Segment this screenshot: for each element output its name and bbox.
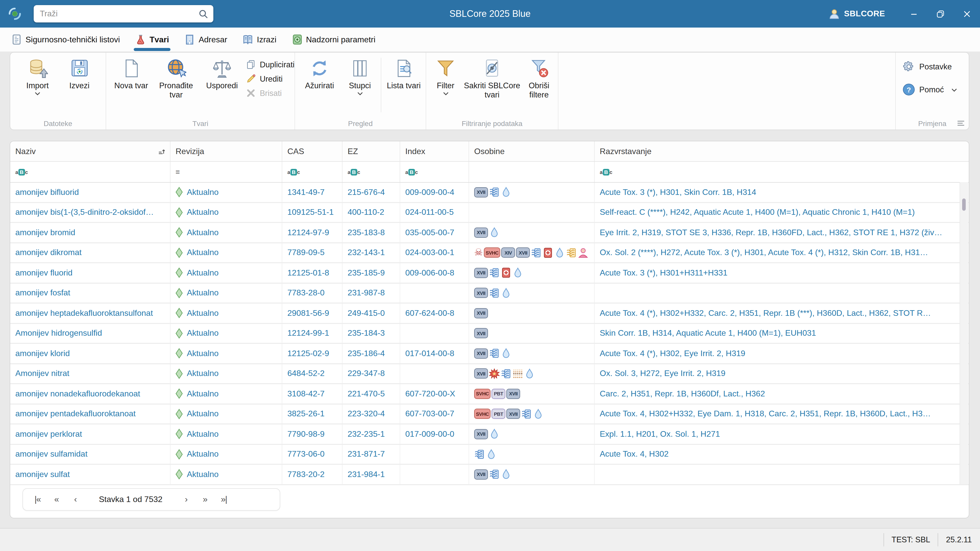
filter-button[interactable]: Filter — [428, 52, 463, 95]
filter-cell-osobine[interactable] — [469, 162, 595, 182]
help-button[interactable]: ? Pomoć — [903, 84, 969, 95]
import-button[interactable]: Import — [17, 52, 58, 95]
droplet-icon — [489, 429, 500, 440]
column-header-cas[interactable]: CAS — [282, 141, 342, 161]
table-row[interactable]: amonijev fluoridAktualno12125-01-8235-18… — [10, 263, 969, 283]
vapour-icon — [489, 268, 500, 278]
ribbon-options-icon[interactable] — [957, 121, 965, 126]
column-header-ez[interactable]: EZ — [342, 141, 400, 161]
tab-nadzorni-parametri[interactable]: Nadzorni parametri — [292, 27, 375, 52]
equals-filter-icon: = — [176, 168, 180, 176]
clear-filter-icon — [529, 58, 549, 79]
revision-status: Aktualno — [170, 324, 282, 343]
index-number: 607-720-00-X — [400, 384, 469, 403]
columns-button[interactable]: Stupci — [341, 52, 379, 95]
column-header-naziv[interactable]: Naziv — [10, 141, 170, 161]
substance-list-button[interactable]: Lista tvari — [383, 52, 424, 90]
column-header-razvrstavanje[interactable]: Razvrstavanje — [595, 141, 961, 161]
table-row[interactable]: amonijev perkloratAktualno7790-98-9232-2… — [10, 424, 969, 445]
pager-prev-button[interactable]: ‹ — [66, 494, 85, 505]
find-substance-button[interactable]: Pronađite tvar — [152, 52, 200, 100]
pager-last-button[interactable]: »| — [215, 494, 233, 505]
search-input[interactable] — [34, 9, 198, 18]
tab-izrazi[interactable]: Izrazi — [243, 27, 277, 52]
status-bar: TEST: SBL 25.2.11 — [0, 528, 980, 551]
table-row[interactable]: amonijev pentadekafluoroktanoatAktualno3… — [10, 404, 969, 424]
vapour-icon — [489, 469, 500, 480]
table-row[interactable]: amonijev bifluoridAktualno1341-49-7215-6… — [10, 183, 969, 203]
table-row[interactable]: amonijev sulfamidatAktualno7773-06-0231-… — [10, 445, 969, 465]
filter-cell-index[interactable]: aBc — [400, 162, 469, 182]
classification: Acute Tox. 4, H302 — [595, 445, 961, 464]
column-header-index[interactable]: Index — [400, 141, 469, 161]
hide-sblcore-substances-button[interactable]: Sakriti SBLCore tvari — [463, 52, 521, 100]
pager-next-button[interactable]: › — [177, 494, 196, 505]
compare-button[interactable]: Usporedi — [200, 52, 244, 90]
classification: Self-react. C (****), H242, Aquatic Acut… — [595, 203, 961, 222]
classification — [595, 465, 961, 484]
tab-adresar[interactable]: Adresar — [184, 27, 227, 52]
ez-number: 215-676-4 — [342, 183, 400, 202]
substance-name: amonijev dikromat — [10, 243, 170, 262]
svhc-icon: SVHC — [484, 248, 500, 258]
filter-cell-ez[interactable]: aBc — [342, 162, 400, 182]
table-row[interactable]: amonijev heptadekafluoroktansulfonatAktu… — [10, 303, 969, 324]
new-substance-button[interactable]: Nova tvar — [110, 52, 152, 90]
ez-number: 400-110-2 — [342, 203, 400, 222]
classification: Ox. Sol. 2 (****), H272, Acute Tox. 3 (*… — [595, 243, 961, 262]
tab-sigurnosno-tehnicki-listovi[interactable]: Sigurnosno-tehnički listovi — [11, 27, 120, 52]
pager-next-fast-button[interactable]: » — [196, 494, 215, 505]
minimize-button[interactable] — [900, 0, 927, 27]
restore-button[interactable] — [927, 0, 953, 27]
table-row[interactable]: amonijev dikromatAktualno7789-09-5232-14… — [10, 243, 969, 263]
column-header-revizija[interactable]: Revizija — [170, 141, 282, 161]
close-button[interactable] — [953, 0, 980, 27]
vertical-scrollbar[interactable] — [959, 182, 968, 484]
table-row[interactable]: Amonijev hidrogensulfidAktualno12124-99-… — [10, 324, 969, 344]
filter-cell-cas[interactable]: aBc — [282, 162, 342, 182]
filter-cell-razvrstavanje[interactable]: aBc — [595, 162, 961, 182]
duplicate-button[interactable]: Duplicirati — [246, 60, 294, 69]
table-row[interactable]: amonijev sulfatAktualno7783-20-2231-984-… — [10, 465, 969, 485]
index-number — [400, 445, 469, 464]
filter-cell-naziv[interactable]: aBc — [10, 162, 170, 182]
settings-button[interactable]: Postavke — [903, 61, 969, 73]
search-icon[interactable] — [198, 9, 208, 19]
index-number: 017-014-00-8 — [400, 344, 469, 363]
table-row[interactable]: amonijev bromidAktualno12124-97-9235-183… — [10, 223, 969, 243]
properties-icons — [469, 445, 595, 464]
table-row[interactable]: amonijev bis(1-(3,5-dinitro-2-oksidof…Ak… — [10, 203, 969, 223]
scrollbar-thumb[interactable] — [962, 198, 966, 211]
droplet-icon — [486, 449, 496, 460]
new-document-icon — [121, 58, 142, 79]
column-header-osobine[interactable]: Osobine — [469, 141, 595, 161]
clear-filters-button[interactable]: Obriši filtere — [521, 52, 557, 100]
table-row[interactable]: amonijev kloridAktualno12125-02-9235-186… — [10, 344, 969, 364]
delete-button[interactable]: Brisati — [246, 88, 294, 98]
filter-cell-revizija[interactable]: = — [170, 162, 282, 182]
flask-icon — [135, 34, 146, 45]
pager-first-button[interactable]: |« — [28, 494, 47, 505]
dust-icon — [512, 368, 523, 379]
cas-number: 7783-28-0 — [282, 283, 342, 303]
user-account[interactable]: SBLCORE — [828, 0, 885, 27]
refresh-button[interactable]: Ažurirati — [298, 52, 341, 90]
table-row[interactable]: amonijev nonadekafluorodekanoatAktualno3… — [10, 384, 969, 404]
table-row[interactable]: Amonijev nitratAktualno6484-52-2229-347-… — [10, 364, 969, 384]
classification: Acute Tox. 3 (*), H301, Skin Corr. 1B, H… — [595, 183, 961, 202]
export-button[interactable]: Izvezi — [60, 52, 99, 90]
tab-tvari[interactable]: Tvari — [135, 27, 169, 52]
droplet-icon — [555, 248, 565, 258]
scales-icon — [212, 58, 232, 79]
edit-button[interactable]: Urediti — [246, 74, 294, 84]
title-bar: SBLCore 2025 Blue SBLCORE — [0, 0, 980, 27]
index-number: 607-624-00-8 — [400, 303, 469, 323]
cas-number: 6484-52-2 — [282, 364, 342, 383]
pager-prev-fast-button[interactable]: « — [47, 494, 66, 505]
cas-number: 7789-09-5 — [282, 243, 342, 262]
status-aktualno-icon — [176, 449, 183, 460]
restore-icon — [936, 10, 945, 18]
monitoring-target-icon — [292, 34, 302, 45]
table-row[interactable]: amonijev fosfatAktualno7783-28-0231-987-… — [10, 283, 969, 303]
index-number: 024-011-00-5 — [400, 203, 469, 222]
